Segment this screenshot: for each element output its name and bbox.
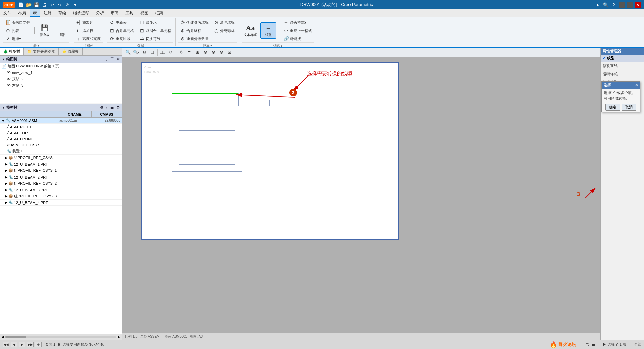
mt-item-profil4[interactable]: ▶📦组PROFIL_REF_CSYS_3 bbox=[0, 193, 122, 200]
mt-item-csys[interactable]: ⊕ASM_DEF_CSYS bbox=[0, 142, 122, 148]
mt-item-beam3[interactable]: ▶🔩12_U_BEAM_3.PRT bbox=[0, 187, 122, 193]
table-from-file-btn[interactable]: 📋表来自文件 bbox=[3, 19, 32, 26]
drawing-tree-expand-btn[interactable]: ↕ bbox=[106, 57, 108, 61]
link-btn[interactable]: 🔗链链接 bbox=[281, 35, 314, 42]
menu-layout[interactable]: 布局 bbox=[15, 9, 30, 17]
mt-item-profil3[interactable]: ▶📦组PROFIL_REF_CSYS_2 bbox=[0, 180, 122, 187]
menu-framework[interactable]: 框架 bbox=[152, 9, 166, 17]
view-bottom[interactable] bbox=[172, 123, 242, 172]
menu-table[interactable]: 表 bbox=[30, 9, 40, 17]
model-tree-gear-btn[interactable]: ⚙ bbox=[100, 105, 103, 110]
prev-page-btn[interactable]: ◀ bbox=[11, 342, 17, 347]
model-tree-settings-btn[interactable]: ⚙ bbox=[116, 105, 120, 110]
unmerge-btn[interactable]: ⊟取消合并单元格 bbox=[137, 27, 173, 34]
repeat-region-btn[interactable]: ⟳重复区域 bbox=[107, 35, 136, 42]
redist-btn[interactable]: ⊗重新分布数量 bbox=[178, 35, 211, 42]
text-style-btn[interactable]: Aa 文本样式 bbox=[241, 22, 259, 39]
zoom-in-btn[interactable]: 🔍 bbox=[124, 49, 132, 56]
menu-file[interactable]: 文件 bbox=[0, 9, 15, 17]
view-left-item[interactable]: 👁 左侧_3 bbox=[0, 82, 122, 89]
menu-analysis[interactable]: 分析 bbox=[93, 9, 107, 17]
drawing-tree-header[interactable]: ▼ 绘图树 ↕ ☰ ⚙ bbox=[0, 56, 122, 63]
help-btn[interactable]: ? bbox=[610, 2, 617, 8]
display5-btn[interactable]: ⊘ bbox=[218, 49, 225, 56]
add-row-btn[interactable]: +-添加行 bbox=[74, 27, 103, 34]
redo-btn[interactable]: ↪ bbox=[56, 2, 63, 8]
menu-inherit[interactable]: 继承迁移 bbox=[70, 9, 93, 17]
regen-btn[interactable]: ⟳ bbox=[64, 2, 71, 8]
last-page-btn[interactable]: ▶▶ bbox=[27, 342, 34, 347]
arrow-up-btn[interactable]: ▲ bbox=[594, 2, 601, 8]
cancel-btn[interactable]: 取消 bbox=[622, 104, 636, 111]
close-btn[interactable]: ✕ bbox=[635, 2, 641, 8]
search-btn[interactable]: 🔍 bbox=[602, 2, 609, 8]
menu-review[interactable]: 审阅 bbox=[107, 9, 122, 17]
repeat-format-btn[interactable]: ↩重复上一格式 bbox=[281, 27, 314, 34]
create-ref-balloon-btn[interactable]: ⑤创建参考球标 bbox=[178, 19, 211, 26]
edit-style-btn[interactable]: 编辑样式 bbox=[601, 70, 644, 78]
mt-item-top[interactable]: ╱ASM_TOP bbox=[0, 130, 122, 136]
split-balloon-btn[interactable]: ◌分离球标 bbox=[212, 27, 237, 34]
mt-item-beam1[interactable]: ▶🔩12_U_BEAM_1.PRT bbox=[0, 161, 122, 167]
add-page-btn[interactable]: ⊕ bbox=[35, 342, 42, 347]
mt-item-asm[interactable]: ▼🔧ASM0001.ASM asm0001.asm 22.888000 bbox=[0, 118, 122, 124]
tab-model-tree[interactable]: 🌲 模型树 bbox=[0, 48, 24, 55]
switch-btn[interactable]: ⇄切换符号 bbox=[137, 35, 173, 42]
drawing-tree-settings-btn[interactable]: ⚙ bbox=[116, 57, 120, 61]
menu-sketch[interactable]: 草绘 bbox=[55, 9, 70, 17]
display4-btn[interactable]: ⊗ bbox=[210, 49, 217, 56]
mt-item-profil1[interactable]: ▶📦组PROFIL_REF_CSYS bbox=[0, 155, 122, 161]
scroll-track[interactable] bbox=[5, 336, 116, 338]
view-topleft[interactable] bbox=[172, 93, 239, 106]
next-page-btn[interactable]: ▶ bbox=[19, 342, 25, 347]
display1-btn[interactable]: ≡ bbox=[185, 49, 193, 56]
save-table-btn[interactable]: 💾 保存表 bbox=[37, 22, 53, 39]
minimize-btn[interactable]: ─ bbox=[619, 2, 625, 8]
model-tree-expand-btn[interactable]: ↕ bbox=[106, 106, 108, 110]
mt-item-beam2[interactable]: ▶🔩12_U_BEAM_2.PRT bbox=[0, 174, 122, 180]
height-width-btn[interactable]: ↕高度和宽度 bbox=[74, 35, 103, 42]
print-btn[interactable]: 🖨 bbox=[41, 2, 48, 8]
menu-annotation[interactable]: 注释 bbox=[40, 9, 55, 17]
arrow-style-btn[interactable]: →箭头样式▾ bbox=[281, 19, 314, 26]
view-new-item[interactable]: 👁 new_view_1 bbox=[0, 69, 122, 76]
view-top-item[interactable]: 👁 顶部_2 bbox=[0, 76, 122, 82]
model-tree-header[interactable]: ▼ 模型树 ⚙ ↕ ☰ ⚙ bbox=[0, 104, 122, 111]
mt-item-beam4[interactable]: ▶🔩12_U_BEAM_4.PRT bbox=[0, 200, 122, 206]
zoom-fit-btn[interactable]: ⊡ bbox=[141, 49, 148, 56]
add-col-btn[interactable]: +|添加列 bbox=[74, 19, 103, 26]
scroll-right-btn[interactable]: ▶ bbox=[118, 335, 120, 339]
first-page-btn[interactable]: ◀◀ bbox=[3, 342, 9, 347]
modify-line-btn[interactable]: 修改直线 bbox=[601, 62, 644, 70]
zoom-all-btn[interactable]: 全部 bbox=[634, 342, 641, 347]
model-tree-menu-btn[interactable]: ☰ bbox=[110, 105, 114, 110]
confirm-btn[interactable]: 确定 bbox=[605, 104, 620, 111]
settings-btn[interactable]: ▼ bbox=[72, 2, 78, 8]
select-btn[interactable]: ↗选择▾ bbox=[3, 35, 32, 42]
drawing-tree-menu-btn[interactable]: ☰ bbox=[110, 57, 114, 61]
menu-tools[interactable]: 工具 bbox=[122, 9, 137, 17]
rotate-btn[interactable]: ↺ bbox=[167, 49, 174, 56]
pan-btn[interactable]: ✥ bbox=[177, 49, 185, 56]
tab-file-browser[interactable]: 📁 文件夹浏览器 bbox=[24, 48, 59, 55]
zoom-out-btn[interactable]: 🔍- bbox=[132, 49, 140, 56]
mt-item-profil2[interactable]: ▶📦组PROFIL_REF_CSYS_1 bbox=[0, 167, 122, 174]
display2-btn[interactable]: ⊞ bbox=[194, 49, 201, 56]
tab-favorites[interactable]: ⭐ 收藏夹 bbox=[59, 48, 83, 55]
scroll-left-btn[interactable]: ◀ bbox=[1, 335, 4, 339]
save-btn[interactable]: 💾 bbox=[33, 2, 40, 8]
maximize-btn[interactable]: □ bbox=[627, 2, 633, 8]
view-topright[interactable] bbox=[259, 93, 319, 106]
line-style-btn[interactable]: ━ 线型 bbox=[260, 22, 276, 39]
display3-btn[interactable]: ⊙ bbox=[202, 49, 209, 56]
popup-close-btn[interactable]: ✕ bbox=[635, 83, 638, 87]
mt-item-front[interactable]: ╱ASM_FRONT bbox=[0, 136, 122, 142]
merge-balloon-btn[interactable]: ⊕合并球标 bbox=[178, 27, 211, 34]
clear-balloon-btn[interactable]: ⊘清理球标 bbox=[212, 19, 237, 26]
view-3d-btn[interactable]: □□ bbox=[159, 49, 166, 56]
hole-table-btn[interactable]: ⊙孔表 bbox=[3, 27, 32, 34]
open-btn[interactable]: 📂 bbox=[25, 2, 32, 8]
update-table-btn[interactable]: ↺更新表 bbox=[107, 19, 136, 26]
zoom-area-btn[interactable]: □ bbox=[149, 49, 156, 56]
display6-btn[interactable]: ⊡ bbox=[226, 49, 233, 56]
